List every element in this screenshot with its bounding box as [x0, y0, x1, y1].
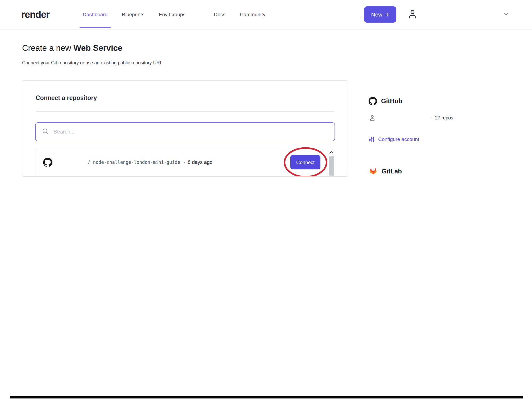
gitlab-section-header: GitLab	[369, 167, 453, 176]
new-button-label: New	[371, 11, 382, 18]
main-content: Create a new Web Service Connect your Gi…	[0, 43, 532, 177]
primary-nav: Dashboard Blueprints Env Groups Docs Com…	[83, 9, 280, 20]
repo-updated-time: 8 days ago	[188, 159, 212, 165]
nav-item-blueprints[interactable]: Blueprints	[122, 12, 145, 18]
configure-account-label: Configure account	[378, 136, 419, 142]
repo-list: / node-challenge-london-mini-guide · 8 d…	[35, 149, 335, 176]
scrollbar-thumb[interactable]	[329, 156, 334, 176]
chevron-down-icon	[502, 11, 509, 19]
redacted-account-name	[379, 115, 431, 121]
gitlab-title: GitLab	[382, 168, 402, 175]
nav-item-docs[interactable]: Docs	[214, 12, 225, 18]
plus-icon: +	[385, 11, 389, 18]
repo-search-input[interactable]	[53, 129, 328, 135]
nav-expander[interactable]	[502, 11, 509, 19]
page-title: Create a new Web Service	[22, 43, 532, 53]
github-section-header: GitHub	[369, 97, 453, 105]
gitlab-icon	[369, 167, 378, 176]
repo-row: / node-challenge-london-mini-guide · 8 d…	[35, 149, 335, 176]
card-divider	[36, 111, 335, 112]
configure-account-link[interactable]: Configure account	[369, 136, 453, 142]
top-nav: render Dashboard Blueprints Env Groups D…	[0, 0, 532, 30]
github-account-row: · 27 repos	[369, 114, 453, 122]
bottom-edge-bar	[10, 396, 523, 398]
providers-sidebar: GitHub · 27 repos	[369, 80, 453, 176]
repo-search-box	[35, 122, 335, 141]
search-icon	[42, 128, 49, 136]
nav-item-env-groups[interactable]: Env Groups	[159, 12, 185, 18]
account-separator-dot: ·	[431, 115, 432, 120]
connect-repository-card: Connect a repository	[22, 80, 348, 177]
github-title: GitHub	[381, 97, 402, 105]
page-title-emphasis: Web Service	[73, 43, 122, 53]
repo-separator-dot: ·	[184, 159, 185, 165]
new-button[interactable]: New +	[364, 6, 396, 23]
connect-button-wrap: Connect	[290, 155, 320, 169]
repo-count: 27 repos	[435, 115, 453, 121]
connect-button[interactable]: Connect	[290, 155, 320, 169]
repo-path: / node-challenge-london-mini-guide	[88, 160, 180, 165]
github-icon	[369, 97, 377, 105]
repo-name: node-challenge-london-mini-guide	[93, 160, 180, 165]
nav-divider	[200, 9, 200, 20]
github-icon	[43, 158, 52, 167]
page-title-prefix: Create a new	[22, 43, 73, 53]
redacted-repo-owner	[52, 159, 88, 165]
scroll-up-icon	[329, 150, 333, 155]
nav-item-dashboard[interactable]: Dashboard	[83, 12, 108, 18]
content-row: Connect a repository	[22, 80, 532, 177]
sliders-icon	[369, 136, 375, 142]
repo-path-separator: /	[88, 160, 93, 165]
user-icon	[407, 8, 418, 21]
render-logo[interactable]: render	[21, 9, 50, 20]
account-user-icon	[369, 114, 376, 122]
card-title: Connect a repository	[22, 81, 348, 102]
account-menu-button[interactable]	[407, 8, 418, 21]
page-subtitle: Connect your Git repository or use an ex…	[22, 60, 532, 66]
nav-item-community[interactable]: Community	[240, 12, 265, 18]
scroll-up-button[interactable]	[328, 149, 335, 156]
repo-list-scrollbar	[328, 149, 335, 176]
